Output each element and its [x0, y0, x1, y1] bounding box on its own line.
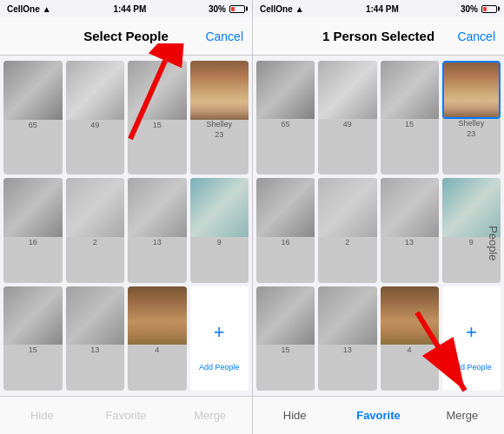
photo-count: 16	[3, 237, 63, 248]
list-item[interactable]: 4	[128, 286, 187, 391]
right-panel: CellOne ▲ 1:44 PM 30% 1 Person Selected …	[252, 0, 504, 434]
right-status-left: CellOne ▲	[260, 4, 304, 14]
add-plus-icon-right: +	[442, 304, 501, 362]
photo-count: 2	[318, 237, 376, 248]
photo-count: 13	[318, 345, 376, 356]
merge-button-left[interactable]: Merge	[168, 409, 252, 422]
list-item[interactable]: 16	[3, 178, 63, 282]
list-item[interactable]: 13	[381, 178, 439, 282]
left-status-right: 30%	[209, 4, 245, 14]
list-item[interactable]: 9	[190, 178, 249, 282]
photo-count: 9	[190, 237, 249, 248]
list-item[interactable]: 13	[318, 286, 376, 391]
photo-thumb	[128, 286, 187, 345]
right-battery-pct: 30%	[461, 4, 478, 14]
list-item[interactable]: 49	[66, 61, 125, 174]
left-nav-title: Select People	[83, 29, 169, 43]
photo-count: 15	[256, 345, 315, 356]
photo-count: 65	[256, 119, 315, 130]
right-toolbar: Hide Favorite Merge	[253, 396, 504, 434]
photo-thumb	[442, 178, 501, 236]
photo-thumb	[66, 61, 125, 120]
right-cancel-button[interactable]: Cancel	[457, 30, 495, 43]
add-people-cell-right[interactable]: + Add People	[442, 286, 501, 391]
list-item[interactable]: 2	[66, 178, 125, 282]
shelley-count: 23	[190, 129, 249, 141]
list-item[interactable]: 13	[66, 286, 125, 391]
list-item[interactable]: 13	[128, 178, 187, 282]
left-battery-pct: 30%	[209, 4, 226, 14]
hide-button-left[interactable]: Hide	[0, 409, 84, 422]
right-time: 1:44 PM	[366, 4, 399, 14]
add-people-label: Add People	[199, 362, 240, 373]
merge-button-right[interactable]: Merge	[421, 409, 504, 422]
photo-thumb	[318, 178, 376, 236]
right-status-bar: CellOne ▲ 1:44 PM 30%	[253, 0, 504, 17]
photo-thumb	[381, 61, 439, 119]
list-item[interactable]: 4	[381, 286, 439, 391]
shelley-selected-name: Shelley	[459, 119, 485, 128]
photo-thumb	[256, 286, 315, 345]
add-people-cell[interactable]: + Add People	[190, 286, 249, 391]
list-item[interactable]: 65	[256, 61, 315, 174]
photo-thumb	[3, 178, 63, 237]
left-carrier: CellOne	[7, 4, 40, 14]
photo-count: 15	[381, 119, 439, 130]
photo-count: 13	[381, 237, 439, 248]
photo-count: 49	[318, 119, 376, 130]
photo-count: 4	[128, 345, 187, 356]
photo-thumb	[66, 286, 125, 345]
left-cancel-button[interactable]: Cancel	[205, 30, 243, 43]
list-item[interactable]: 65	[3, 61, 63, 174]
photo-count: 15	[128, 120, 187, 131]
right-nav-bar: 1 Person Selected Cancel	[253, 17, 504, 56]
hide-button-right[interactable]: Hide	[253, 409, 336, 422]
shelley-selected-thumb	[442, 61, 501, 119]
photo-thumb	[318, 286, 376, 345]
photo-thumb	[381, 286, 439, 345]
photo-count: 15	[3, 345, 63, 356]
favorite-button-right[interactable]: Favorite	[336, 409, 420, 422]
shelley-name: Shelley	[206, 120, 232, 129]
list-item[interactable]: 9	[442, 178, 501, 282]
photo-count: 16	[256, 237, 315, 248]
list-item[interactable]: 15	[256, 286, 315, 391]
photo-thumb	[256, 61, 315, 119]
photo-thumb	[66, 178, 125, 237]
photo-count: 2	[66, 237, 125, 248]
left-toolbar: Hide Favorite Merge	[0, 396, 252, 434]
add-people-label-right: Add People	[451, 362, 492, 373]
photo-count: 4	[381, 345, 439, 356]
right-status-right: 30%	[461, 4, 497, 14]
photo-count: 13	[66, 345, 125, 356]
photo-thumb	[256, 178, 315, 236]
right-carrier: CellOne	[260, 4, 293, 14]
favorite-button-left[interactable]: Favorite	[84, 409, 169, 422]
list-item[interactable]: 16	[256, 178, 315, 282]
photo-thumb	[128, 61, 187, 120]
list-item[interactable]: 15	[381, 61, 439, 174]
photo-thumb	[128, 178, 187, 237]
left-nav-bar: Select People Cancel	[0, 17, 252, 56]
add-plus-icon: +	[190, 304, 249, 363]
left-status-bar: CellOne ▲ 1:44 PM 30%	[0, 0, 252, 17]
right-nav-title: 1 Person Selected	[322, 29, 434, 43]
right-battery-icon	[481, 5, 497, 13]
photo-thumb	[190, 178, 249, 237]
list-item[interactable]: 2	[318, 178, 376, 282]
left-time: 1:44 PM	[113, 4, 146, 14]
left-panel: CellOne ▲ 1:44 PM 30% Select People Canc…	[0, 0, 252, 434]
shelley-cell[interactable]: Shelley 23	[190, 61, 249, 174]
shelley-selected-count: 23	[442, 128, 501, 140]
photo-thumb	[381, 178, 439, 236]
photo-count: 9	[442, 237, 501, 248]
left-battery-icon	[229, 5, 245, 13]
shelley-selected-cell[interactable]: Shelley 23	[442, 61, 501, 174]
list-item[interactable]: 49	[318, 61, 376, 174]
photo-count: 13	[128, 237, 187, 248]
list-item[interactable]: 15	[3, 286, 63, 391]
right-wifi-icon: ▲	[295, 4, 304, 14]
left-status-left: CellOne ▲	[7, 4, 51, 14]
left-wifi-icon: ▲	[43, 4, 51, 14]
list-item[interactable]: 15	[128, 61, 187, 174]
